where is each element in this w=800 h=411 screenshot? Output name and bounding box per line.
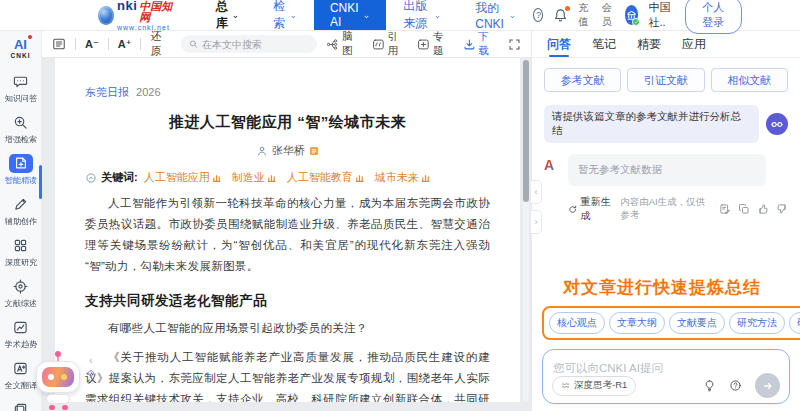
keywords-row: 关键词: 人工智能应用 制造业 人工智能教育 城市未来	[85, 170, 490, 185]
quick-chips-area: 核心观点 文章大纲 文献要点 研究方法 研究结论 ⌄	[542, 306, 790, 340]
download-icon	[463, 38, 476, 51]
glasses-icon	[770, 117, 784, 131]
caret-down-icon: ⌄	[434, 11, 442, 20]
model-waves-icon	[561, 381, 570, 390]
source-journal-link[interactable]: 东莞日报	[85, 86, 129, 98]
tab-apps[interactable]: 应用	[682, 31, 706, 57]
tip-bulb-icon[interactable]	[86, 369, 96, 379]
org-name[interactable]: 中国社..	[648, 0, 674, 30]
in-document-search[interactable]	[181, 35, 317, 53]
magnifier-plus-icon	[9, 113, 33, 132]
nav-publish-source[interactable]: 出版来源 ⌄	[386, 0, 458, 30]
outline-list-icon[interactable]	[52, 37, 66, 51]
document-author-row: 张华桥	[85, 143, 490, 158]
regenerate-button[interactable]: 重新生成	[568, 195, 615, 223]
doc-search-input[interactable]	[202, 39, 309, 50]
bar-chart-icon	[267, 173, 276, 182]
sidebar-item-academic-trends[interactable]: 学术趋势	[1, 318, 41, 351]
robot-body	[46, 394, 70, 404]
thumbs-down-icon[interactable]	[776, 203, 788, 215]
font-decrease-button[interactable]: A⁻	[85, 38, 99, 51]
keyword-link[interactable]: 制造业	[232, 170, 276, 185]
reference-buttons-row: 参考文献 引证文献 相似文献	[544, 68, 788, 92]
target-icon	[9, 277, 33, 296]
cnki-ai-reader-app: nki 中国知网 www.cnki.net 总库 ⌄ 检索 ⌄ CNKI AI …	[0, 0, 800, 411]
thumbs-up-icon[interactable]	[757, 203, 769, 215]
sidebar-item-knowledge-qa[interactable]: 知识问答	[1, 72, 41, 105]
mindmap-button[interactable]: 脑图	[326, 30, 362, 58]
personal-login-button[interactable]: 个人登录	[685, 0, 742, 34]
ai-tools-sidebar: AI CNKI 知识问答 增强检索 智能精读 辅助创作 深度研究 文献综述	[0, 31, 42, 411]
robot-eye	[61, 374, 67, 380]
chip-article-outline[interactable]: 文章大纲	[609, 312, 665, 334]
nav-my-cnki[interactable]: 我的CNKI ⌄	[458, 0, 533, 30]
panel-collapse-right-handle[interactable]: ›	[531, 210, 542, 234]
help-icon[interactable]: ?	[533, 8, 543, 22]
sidebar-item-enhanced-search[interactable]: 增强检索	[1, 113, 41, 146]
topic-button[interactable]: 专题	[417, 30, 453, 58]
nav-search[interactable]: 检索 ⌄	[256, 0, 314, 30]
font-increase-button[interactable]: A⁺	[118, 38, 132, 51]
quote-icon	[372, 38, 385, 51]
tab-notes[interactable]: 笔记	[592, 31, 616, 57]
keywords-lead-icon	[85, 172, 97, 184]
sidebar-item-deep-research[interactable]: 深度研究	[1, 236, 41, 269]
chip-doc-points[interactable]: 文献要点	[669, 312, 725, 334]
citations-button[interactable]: 引证文献	[627, 68, 704, 92]
paragraph: 《关于推动人工智能赋能养老产业高质量发展，推动品质民生建设的建议》提案认为，东莞…	[85, 347, 490, 402]
message-action-icons	[719, 203, 788, 215]
user-avatar	[766, 113, 788, 135]
copy-icon[interactable]	[738, 203, 750, 215]
help-circle-icon[interactable]	[729, 379, 742, 392]
recharge-link[interactable]: 充值	[578, 1, 591, 29]
notification-bell-icon[interactable]	[553, 8, 568, 23]
member-link[interactable]: 会员	[602, 1, 615, 29]
keyword-link[interactable]: 人工智能教育	[287, 170, 364, 185]
nav-cnki-ai[interactable]: CNKI AI ⌄	[314, 0, 386, 30]
ai-message-bubble: 暂无参考文献数据	[568, 154, 766, 186]
translate-icon	[9, 359, 33, 378]
model-selector[interactable]: 深度思考-R1	[552, 376, 636, 396]
chip-research-conclusion[interactable]: 研究结论	[789, 312, 800, 334]
keyword-link[interactable]: 人工智能应用	[144, 170, 221, 185]
chip-research-method[interactable]: 研究方法	[729, 312, 785, 334]
sidebar-item-smart-reading[interactable]: 智能精读	[1, 154, 41, 187]
references-button[interactable]: 参考文献	[544, 68, 621, 92]
cnki-logo[interactable]: nki 中国知网 www.cnki.net	[98, 0, 173, 31]
author-name[interactable]: 张华桥	[272, 143, 305, 158]
cite-button[interactable]: 引用	[372, 30, 408, 58]
divider	[75, 38, 76, 50]
bar-chart-icon	[212, 173, 221, 182]
chat-bubble-icon	[9, 72, 33, 91]
sidebar-drag-handle[interactable]	[39, 165, 42, 199]
robot-foot	[62, 405, 68, 410]
author-detail-icon[interactable]	[309, 146, 319, 156]
lightbulb-icon[interactable]	[703, 379, 716, 392]
sidebar-item-writing-assist[interactable]: 辅助创作	[1, 195, 41, 228]
doc-scrollbar-thumb[interactable]	[523, 60, 529, 202]
ai-cnki-logo: AI CNKI	[11, 36, 31, 60]
caret-down-icon: ⌄	[232, 11, 240, 20]
restore-button[interactable]: 还原	[150, 29, 172, 59]
similar-docs-button[interactable]: 相似文献	[711, 68, 788, 92]
ai-robot-mascot[interactable]	[33, 355, 85, 411]
collapse-left-icon[interactable]: ‹	[89, 356, 92, 366]
ask-input-footer: 深度思考-R1	[552, 373, 780, 398]
user-message-row: 请提供该篇文章的参考文献并进行分析总结	[544, 105, 788, 143]
panel-collapse-left-handle[interactable]: ‹	[531, 180, 542, 204]
fullscreen-icon[interactable]	[508, 38, 521, 51]
robot-eye	[48, 374, 54, 380]
keyword-link[interactable]: 城市未来	[375, 170, 430, 185]
send-button[interactable]	[755, 373, 780, 398]
org-avatar[interactable]: ✓	[625, 5, 638, 25]
sidebar-item-literature-review[interactable]: 文献综述	[1, 277, 41, 310]
ai-chat-panel: 问答 笔记 精要 应用 参考文献 引证文献 相似文献 请提供该篇文章的参考文献并…	[531, 31, 800, 411]
user-message-bubble: 请提供该篇文章的参考文献并进行分析总结	[544, 105, 759, 143]
save-to-note-icon[interactable]	[719, 203, 731, 215]
document-viewport: 东莞日报 2026 推进人工智能应用 “智”绘城市未来 张华桥 关键词: 人工智…	[42, 58, 531, 411]
chip-core-views[interactable]: 核心观点	[549, 312, 605, 334]
nav-zongku[interactable]: 总库 ⌄	[199, 0, 257, 30]
tab-essentials[interactable]: 精要	[637, 31, 661, 57]
download-button[interactable]: 下载	[463, 30, 499, 58]
tab-qa[interactable]: 问答	[547, 31, 571, 57]
